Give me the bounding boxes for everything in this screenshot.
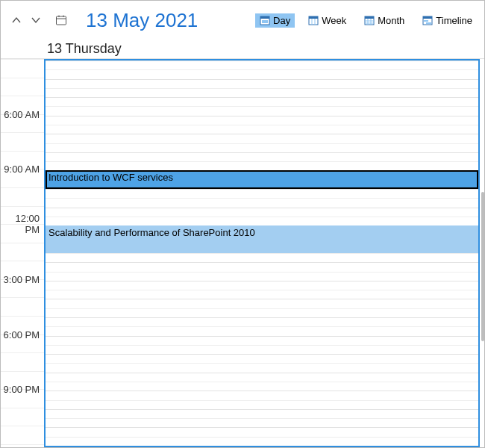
grid-halfhour-line <box>46 143 478 144</box>
grid-hour-line <box>46 409 478 410</box>
grid-halfhour-line <box>46 290 478 290</box>
grid-hour-line <box>46 152 478 153</box>
grid-hour-line <box>46 97 478 98</box>
hour-label: 12:00 PM <box>1 213 44 235</box>
hour-label: 9:00 PM <box>1 384 44 395</box>
gutter-hour-line <box>1 206 44 207</box>
hour-label: 9:00 AM <box>1 164 44 175</box>
gutter-hour-line <box>1 297 44 298</box>
grid-halfhour-line <box>46 382 478 382</box>
grid-hour-line <box>46 134 478 134</box>
view-tab-label: Month <box>378 15 404 26</box>
calendar-event[interactable]: Scalability and Performance of SharePoin… <box>46 225 478 253</box>
gutter-hour-line <box>1 96 44 96</box>
gutter-hour-line <box>1 444 44 445</box>
grid-hour-line <box>46 60 478 61</box>
grid-hour-line <box>46 317 478 318</box>
grid-hour-line <box>46 79 478 80</box>
grid-halfhour-line <box>46 308 478 309</box>
grid-halfhour-line <box>46 400 478 401</box>
grid-hour-line <box>46 116 478 116</box>
day-grid[interactable]: Introduction to WCF servicesScalability … <box>44 59 480 447</box>
gutter-hour-line <box>1 261 44 261</box>
grid-hour-line <box>46 299 478 299</box>
current-date-label: 13 May 2021 <box>86 9 252 32</box>
timeline-view-icon <box>422 15 433 25</box>
grid-hour-line <box>46 427 478 428</box>
grid-hour-line <box>46 262 478 263</box>
gutter-hour-line <box>1 408 44 408</box>
goto-date-button[interactable] <box>53 12 69 28</box>
scrollbar[interactable] <box>480 117 484 447</box>
grid-halfhour-line <box>46 69 478 70</box>
view-tab-day[interactable]: Day <box>255 13 295 28</box>
prev-arrow[interactable] <box>8 12 25 28</box>
grid-halfhour-line <box>46 437 478 438</box>
gutter-header <box>1 40 44 58</box>
grid-halfhour-line <box>46 217 478 217</box>
grid-hour-line <box>46 189 478 190</box>
grid-hour-line <box>46 208 478 208</box>
gutter-hour-line <box>1 426 44 426</box>
grid-halfhour-line <box>46 88 478 89</box>
view-tab-month[interactable]: Month <box>360 13 409 28</box>
gutter-hour-line <box>1 78 44 78</box>
calendar-icon <box>55 14 67 26</box>
week-view-icon <box>308 15 319 25</box>
svg-rect-20 <box>426 22 431 24</box>
grid-hour-line <box>46 446 478 447</box>
grid-halfhour-line <box>46 198 478 199</box>
day-column-header[interactable]: 13 Thursday <box>44 40 484 58</box>
grid-halfhour-line <box>46 106 478 107</box>
grid-halfhour-line <box>46 272 478 273</box>
view-tab-label: Week <box>322 15 346 26</box>
gutter-hour-line <box>1 151 44 152</box>
next-arrow[interactable] <box>28 12 44 28</box>
calendar-event[interactable]: Introduction to WCF services <box>46 170 478 189</box>
grid-halfhour-line <box>46 326 478 327</box>
view-switcher: Day Week Month Timeline <box>255 13 477 28</box>
svg-rect-12 <box>365 16 374 19</box>
hour-label: 3:00 PM <box>1 273 44 284</box>
gutter-hour-line <box>1 243 44 243</box>
day-header-row: 13 Thursday <box>1 40 484 59</box>
month-view-icon <box>364 15 375 25</box>
svg-rect-8 <box>309 16 318 19</box>
svg-rect-6 <box>262 20 268 23</box>
scrollbar-thumb[interactable] <box>481 192 484 341</box>
gutter-hour-line <box>1 352 44 353</box>
chevron-down-icon <box>31 15 41 25</box>
grid-hour-line <box>46 354 478 355</box>
svg-rect-5 <box>260 16 269 19</box>
view-tab-label: Timeline <box>436 15 472 26</box>
svg-rect-0 <box>57 16 66 25</box>
gutter-hour-line <box>1 132 44 133</box>
gutter-hour-line <box>1 187 44 188</box>
grid-halfhour-line <box>46 418 478 419</box>
time-gutter: 6:00 AM9:00 AM12:00 PM3:00 PM6:00 PM9:00… <box>1 59 44 447</box>
day-view-icon <box>260 15 270 25</box>
gutter-hour-line <box>1 59 44 60</box>
grid-hour-line <box>46 373 478 373</box>
chevron-up-icon <box>11 15 22 25</box>
grid-halfhour-line <box>46 253 478 254</box>
svg-rect-19 <box>424 20 428 22</box>
hour-label: 6:00 PM <box>1 329 44 340</box>
grid-halfhour-line <box>46 161 478 162</box>
view-tab-week[interactable]: Week <box>304 13 351 28</box>
grid-hour-line <box>46 281 478 281</box>
hour-label: 6:00 AM <box>1 108 44 119</box>
grid-hour-line <box>46 336 478 337</box>
grid-halfhour-line <box>46 363 478 364</box>
view-tab-label: Day <box>273 15 290 26</box>
grid-hour-line <box>46 391 478 391</box>
gutter-hour-line <box>1 316 44 317</box>
day-grid-wrap: 6:00 AM9:00 AM12:00 PM3:00 PM6:00 PM9:00… <box>1 59 484 447</box>
view-tab-timeline[interactable]: Timeline <box>418 13 477 28</box>
grid-halfhour-line <box>46 345 478 346</box>
grid-halfhour-line <box>46 125 478 125</box>
svg-rect-18 <box>423 16 432 19</box>
calendar-header: 13 May 2021 Day Week Month Timeline <box>1 1 484 40</box>
gutter-hour-line <box>1 371 44 372</box>
